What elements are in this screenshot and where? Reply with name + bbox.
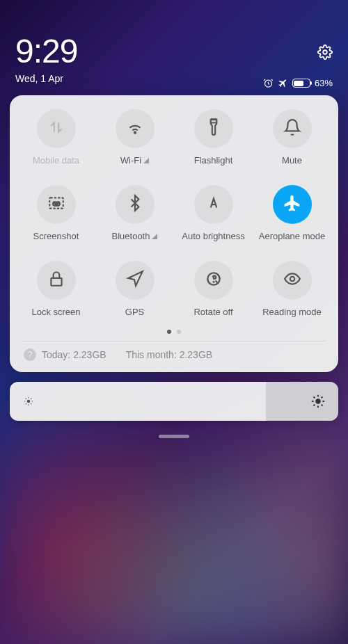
status-bar: 9:29 Wed, 1 Apr 63% bbox=[0, 0, 348, 91]
clock-time: 9:29 bbox=[15, 32, 333, 70]
brightness-slider[interactable] bbox=[10, 382, 338, 421]
svg-line-17 bbox=[26, 403, 26, 404]
brightness-high-icon bbox=[310, 394, 326, 409]
svg-line-25 bbox=[322, 405, 323, 406]
svg-line-16 bbox=[31, 403, 31, 404]
svg-point-0 bbox=[323, 50, 327, 54]
settings-button[interactable] bbox=[317, 45, 333, 63]
alarm-icon bbox=[263, 78, 274, 88]
svg-line-18 bbox=[31, 399, 31, 399]
gear-icon bbox=[317, 45, 333, 60]
svg-point-19 bbox=[315, 399, 320, 403]
brightness-track-remaining bbox=[266, 382, 338, 421]
battery-percent: 63% bbox=[315, 78, 333, 88]
svg-point-10 bbox=[27, 400, 31, 403]
status-icons: 63% bbox=[263, 78, 333, 88]
battery-icon bbox=[292, 79, 310, 88]
brightness-low-icon bbox=[22, 395, 35, 408]
svg-line-27 bbox=[322, 396, 323, 398]
svg-line-24 bbox=[313, 396, 315, 398]
airplane-status-icon bbox=[278, 78, 288, 88]
svg-line-15 bbox=[26, 399, 26, 399]
svg-line-26 bbox=[313, 405, 315, 406]
